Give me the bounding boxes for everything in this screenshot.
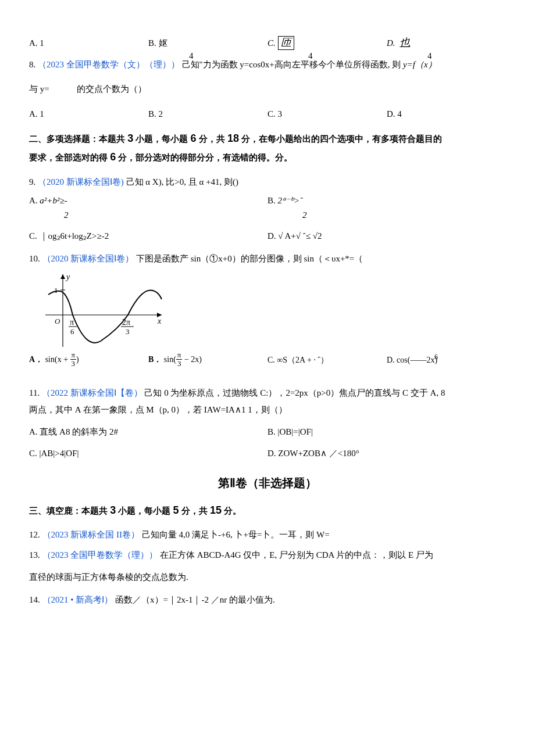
q10: 10. （2020 新课标全国Ⅰ卷） 下图是函数产 sin（①x+0）的部分图像… bbox=[29, 250, 506, 267]
q10-options: A． sin(x + π3) B． sin(π3 − 2x) C. ∞S（2A … bbox=[29, 352, 506, 381]
q9-a-body: a²+b²≥- bbox=[40, 196, 67, 205]
q7-d-denom: 4 bbox=[427, 48, 432, 65]
s2-b: 小题，每小题 bbox=[133, 134, 190, 144]
q13: 13. （2023 全国甲卷数学（理）） 在正方体 ABCD-A4G 仅中，E,… bbox=[29, 547, 506, 564]
q9-a-l: A. bbox=[29, 196, 38, 205]
q10-d: D. cos(——2x) 6 bbox=[387, 353, 506, 381]
q11-text2: 两点，其中 A 在第一象限，点 M（p, 0），若 IAW=IA∧1 1，则（） bbox=[29, 405, 287, 414]
q7-options: A. 1 B. 妪 4 C. 匝 4 D. 也 4 bbox=[29, 35, 506, 52]
q10-a-tail: ) bbox=[76, 356, 79, 364]
q10-b-tail: − 2x) bbox=[182, 356, 202, 364]
q7-option-c: C. 匝 4 bbox=[268, 35, 387, 52]
q11-num: 11. bbox=[29, 388, 42, 397]
s3-n3: 15 bbox=[210, 504, 222, 516]
sine-graph-svg: y x O 1 π 6 2π 3 bbox=[40, 271, 167, 350]
q7-c-denom: 4 bbox=[308, 48, 313, 65]
q8-c: C. 3 bbox=[268, 106, 387, 123]
q10-b-den: 3 bbox=[176, 360, 183, 368]
q8-b: B. 2 bbox=[148, 106, 268, 123]
q10-a-den: 3 bbox=[70, 360, 77, 368]
q12-source: （2023 新课标全国 II卷） bbox=[42, 530, 140, 539]
s3-n2: 5 bbox=[173, 504, 179, 516]
q10-b: B． sin(π3 − 2x) bbox=[148, 352, 268, 368]
tick-2pi3-num: 2π bbox=[122, 318, 130, 327]
s2-c: 分，共 bbox=[197, 134, 227, 144]
q9-row2: C. ｜og₂6t+log₂Z>≥-2 D. √ A+√ ˆ≤ √2 bbox=[29, 228, 506, 245]
s3-b: 小题，每小题 bbox=[116, 506, 173, 515]
s2-a: 二、多项选择题：本题共 bbox=[29, 134, 127, 144]
tick-2pi3-den: 3 bbox=[126, 327, 130, 336]
y-label: y bbox=[65, 273, 70, 281]
q11-row2: C. |AB|>4|OF| D. ZOW+ZOB∧ ／<180° bbox=[29, 445, 506, 462]
q11-source: （2022 新课标全国Ⅰ【卷） bbox=[42, 388, 142, 397]
q9-a-den: 2 bbox=[64, 207, 302, 224]
s2-n1: 3 bbox=[127, 132, 133, 144]
q10-b-pref: B． bbox=[148, 356, 162, 364]
q10-a-body: sin(x + bbox=[45, 356, 70, 364]
s2-d: 分，在每小题给出的四个选项中，有多项符合题目的 bbox=[239, 134, 442, 144]
q10-a-frac: π3 bbox=[70, 351, 77, 367]
q8: 8. （2023 全国甲卷数学（文）（理）） 己知"力为函数 y=cos0x+高… bbox=[29, 56, 506, 73]
q11-row1: A. 直线 A8 的斜率为 2# B. |OB|=|OF| bbox=[29, 424, 506, 440]
q11-b: B. |OB|=|OF| bbox=[268, 424, 506, 440]
q12-text: 己知向量 4,0 满足卜-+6, 卜+母=卜。一耳，则 W= bbox=[142, 530, 330, 539]
q10-chart: y x O 1 π 6 2π 3 bbox=[40, 271, 167, 350]
section2-heading: 二、多项选择题：本题共 3 小题，每小题 6 分，共 18 分，在每小题给出的四… bbox=[29, 129, 506, 167]
q11-c: C. |AB|>4|OF| bbox=[29, 445, 268, 462]
q9-a: A. a²+b²≥- 2 bbox=[29, 192, 268, 225]
q8-text2: 与 y= bbox=[29, 84, 49, 94]
tick-pi6-den: 6 bbox=[70, 327, 74, 336]
q9-text: 己知 α X), 比>0, 且 α +41, 则() bbox=[126, 177, 238, 187]
s2-f: 分，部分选对的得部分分，有选错的得。分。 bbox=[116, 152, 293, 162]
s3-c: 分，共 bbox=[179, 506, 210, 515]
q9-row1: A. a²+b²≥- 2 B. 2ᵃ⁻ᵇ>ˆ 2 bbox=[29, 192, 506, 225]
q10-c: C. ∞S（2A + · ˆ） bbox=[268, 353, 387, 368]
q8-d: D. 4 bbox=[387, 106, 506, 123]
q14-text: 函数／（x）=｜2x-1｜-2 ／nr 的最小值为. bbox=[115, 595, 275, 604]
q7-c-glyph: 匝 bbox=[278, 36, 294, 50]
y1-label: 1 bbox=[54, 286, 58, 295]
q8-options: A. 1 B. 2 C. 3 D. 4 bbox=[29, 106, 506, 123]
q12: 12. （2023 新课标全国 II卷） 己知向量 4,0 满足卜-+6, 卜+… bbox=[29, 526, 506, 543]
sine-curve bbox=[48, 291, 162, 343]
q8-num: 8. bbox=[29, 60, 38, 69]
q11-a: A. 直线 A8 的斜率为 2# bbox=[29, 424, 268, 440]
q9-b-body: 2ᵃ⁻ᵇ>ˆ bbox=[278, 196, 303, 205]
q10-d-text: D. cos(——2x) bbox=[387, 356, 437, 364]
q13-text1: 在正方体 ABCD-A4G 仅中，E, 尸分别为 CDA 片的中点：，则以 E … bbox=[160, 550, 433, 560]
q9-b-den: 2 bbox=[302, 207, 535, 224]
q9-source: （2020 新课标全国Ⅰ卷) bbox=[38, 177, 124, 187]
q7-d-glyph: 也 bbox=[397, 37, 412, 49]
s2-n3: 18 bbox=[227, 132, 239, 144]
q9: 9. （2020 新课标全国Ⅰ卷) 己知 α X), 比>0, 且 α +41,… bbox=[29, 174, 506, 191]
q8-line2: 与 y= 的交点个数为（） bbox=[29, 81, 506, 98]
q9-d: D. √ A+√ ˆ≤ √2 bbox=[268, 228, 506, 245]
q9-b: B. 2ᵃ⁻ᵇ>ˆ 2 bbox=[268, 192, 506, 225]
q10-b-num: π bbox=[176, 351, 183, 360]
q7-b-denom: 4 bbox=[189, 48, 194, 65]
section3-heading: 三、填空鹿：本题共 3 小题，每小题 5 分，共 15 分。 bbox=[29, 501, 506, 519]
q10-b-frac: π3 bbox=[176, 351, 183, 367]
q7-c-prefix: C. bbox=[268, 38, 278, 48]
q10-num: 10. bbox=[29, 254, 42, 263]
q7-option-a: A. 1 bbox=[29, 35, 148, 52]
y-arrow-icon bbox=[60, 274, 65, 279]
x-label: x bbox=[157, 317, 162, 325]
q8-text1: 己知"力为函数 y=cos0x+高向左平移今个单位所得函数, 则 bbox=[182, 60, 404, 69]
q13-num: 13. bbox=[29, 550, 42, 560]
q10-source: （2020 新课标全国Ⅰ卷） bbox=[42, 254, 134, 263]
origin-label: O bbox=[55, 317, 60, 325]
q10-a-num: π bbox=[70, 351, 77, 360]
s3-n1: 3 bbox=[110, 504, 116, 516]
q10-d-frac: 6 bbox=[434, 350, 535, 364]
s3-d: 分。 bbox=[222, 506, 241, 515]
q7-b-label: B. 妪 bbox=[148, 35, 167, 52]
q11: 11. （2022 新课标全国Ⅰ【卷） 己知 0 为坐标原点，过抛物线 C:），… bbox=[29, 385, 506, 418]
q10-a: A． sin(x + π3) bbox=[29, 352, 148, 368]
s2-n4: 6 bbox=[110, 151, 116, 163]
s3-a: 三、填空鹿：本题共 bbox=[29, 506, 110, 515]
q13-line2: 直径的球面与正方体每条棱的交点总数为. bbox=[29, 569, 506, 586]
q8-text3: 的交点个数为（） bbox=[77, 84, 147, 94]
q11-text1: 己知 0 为坐标原点，过抛物线 C:），2=2px（p>0）焦点尸的直线与 C … bbox=[144, 388, 445, 397]
q11-d: D. ZOW+ZOB∧ ／<180° bbox=[268, 445, 506, 462]
